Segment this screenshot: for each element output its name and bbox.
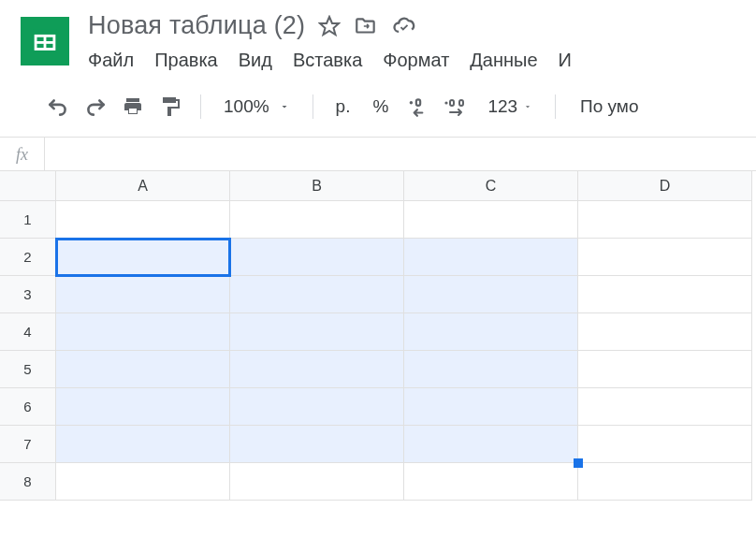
fx-label: fx: [0, 138, 45, 171]
star-icon[interactable]: [318, 15, 341, 37]
row-header-6[interactable]: 6: [0, 388, 56, 426]
cell[interactable]: [404, 239, 578, 276]
row-header-7[interactable]: 7: [0, 426, 56, 463]
row-header-8[interactable]: 8: [0, 463, 56, 501]
cell[interactable]: [230, 239, 404, 276]
cell[interactable]: [56, 239, 230, 276]
currency-format-button[interactable]: р.: [330, 96, 356, 117]
selection-handle[interactable]: [574, 458, 583, 468]
row-header-2[interactable]: 2: [0, 239, 56, 276]
menu-view[interactable]: Вид: [239, 50, 272, 71]
cell[interactable]: [578, 463, 752, 501]
row-header-3[interactable]: 3: [0, 276, 56, 313]
chevron-down-icon: [279, 101, 290, 112]
menu-format[interactable]: Формат: [383, 50, 449, 71]
formula-bar: fx: [0, 138, 756, 171]
select-all-corner[interactable]: [0, 171, 56, 201]
print-button[interactable]: [120, 94, 146, 120]
cell[interactable]: [578, 426, 752, 463]
redo-button[interactable]: [82, 94, 109, 120]
cell[interactable]: [230, 276, 404, 313]
decrease-decimal-button[interactable]: [405, 94, 431, 120]
menu-data[interactable]: Данные: [470, 50, 537, 71]
toolbar: 100% р. % 123 По умо: [0, 77, 756, 138]
cell[interactable]: [404, 388, 578, 426]
cell[interactable]: [56, 463, 230, 501]
row-header-1[interactable]: 1: [0, 201, 56, 239]
cell[interactable]: [56, 313, 230, 351]
cell[interactable]: [404, 201, 578, 239]
cell[interactable]: [578, 201, 752, 239]
increase-decimal-button[interactable]: [443, 94, 471, 120]
cell[interactable]: [230, 201, 404, 239]
cell[interactable]: [230, 351, 404, 388]
cell[interactable]: [404, 463, 578, 501]
svg-point-6: [445, 101, 448, 104]
cell[interactable]: [230, 426, 404, 463]
menu-tools[interactable]: И: [559, 50, 572, 71]
toolbar-separator: [313, 94, 313, 119]
document-title[interactable]: Новая таблица (2): [88, 11, 305, 40]
row-header-5[interactable]: 5: [0, 351, 56, 388]
more-formats-button[interactable]: 123: [482, 96, 538, 117]
percent-format-button[interactable]: %: [367, 96, 394, 117]
cell[interactable]: [56, 201, 230, 239]
menu-file[interactable]: Файл: [88, 50, 134, 71]
toolbar-separator: [555, 94, 556, 119]
svg-marker-4: [320, 17, 339, 35]
cell[interactable]: [404, 426, 578, 463]
spreadsheet-grid: A B C D 12345678: [0, 171, 756, 501]
cell[interactable]: [56, 351, 230, 388]
move-to-folder-icon[interactable]: [354, 14, 378, 38]
col-header-C[interactable]: C: [404, 171, 578, 201]
menu-insert[interactable]: Вставка: [293, 50, 362, 71]
col-header-D[interactable]: D: [578, 171, 752, 201]
cell[interactable]: [230, 313, 404, 351]
cell[interactable]: [404, 351, 578, 388]
cloud-saved-icon[interactable]: [391, 13, 417, 39]
undo-button[interactable]: [45, 94, 71, 120]
menu-edit[interactable]: Правка: [154, 50, 218, 71]
menu-bar: Файл Правка Вид Вставка Формат Данные И: [88, 44, 747, 71]
zoom-dropdown[interactable]: 100%: [218, 96, 296, 117]
cell[interactable]: [56, 276, 230, 313]
formula-input[interactable]: [45, 138, 756, 170]
cell[interactable]: [230, 388, 404, 426]
svg-point-5: [410, 101, 413, 104]
row-header-4[interactable]: 4: [0, 313, 56, 351]
sheets-logo[interactable]: [21, 17, 69, 65]
chevron-down-icon: [523, 102, 532, 111]
col-header-A[interactable]: A: [56, 171, 230, 201]
cell[interactable]: [56, 388, 230, 426]
cell[interactable]: [56, 426, 230, 463]
toolbar-separator: [200, 94, 201, 119]
cell[interactable]: [230, 463, 404, 501]
zoom-value: 100%: [224, 96, 269, 117]
cell[interactable]: [578, 313, 752, 351]
paint-format-button[interactable]: [157, 94, 183, 120]
cell[interactable]: [578, 276, 752, 313]
cell[interactable]: [578, 239, 752, 276]
col-header-B[interactable]: B: [230, 171, 404, 201]
cell[interactable]: [404, 313, 578, 351]
cell[interactable]: [404, 276, 578, 313]
cell[interactable]: [578, 388, 752, 426]
cell[interactable]: [578, 351, 752, 388]
font-dropdown[interactable]: По умо: [573, 96, 646, 117]
